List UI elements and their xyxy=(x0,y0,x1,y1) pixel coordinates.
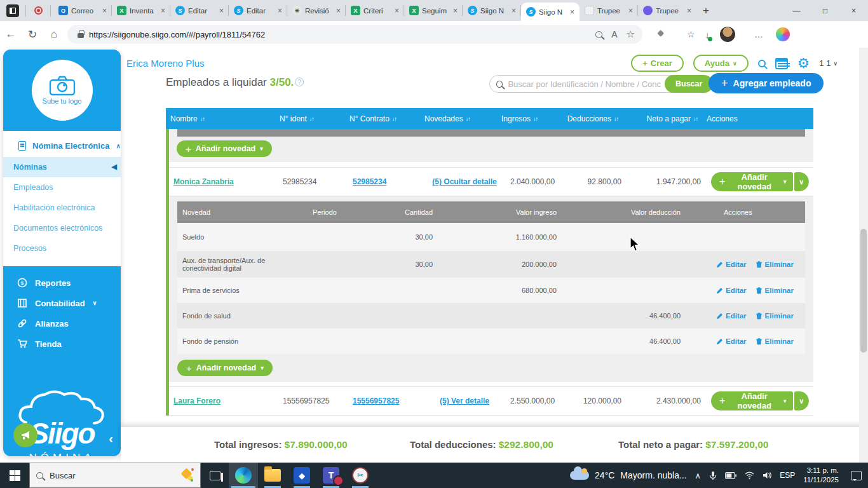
downloads-icon[interactable]: ↓ xyxy=(705,29,710,40)
crear-button[interactable]: +Crear xyxy=(631,55,684,72)
sidebar-item-reportes[interactable]: $ Reportes xyxy=(3,273,121,293)
microphone-icon[interactable] xyxy=(709,471,717,480)
tab-seguimiento[interactable]: XSeguim× xyxy=(404,0,463,21)
taskbar-snipping-tool[interactable]: ✂ xyxy=(346,463,375,488)
tab-trupee-1[interactable]: Trupee× xyxy=(580,0,638,21)
taskbar-file-explorer[interactable] xyxy=(258,463,287,488)
refresh-button[interactable]: ↻ xyxy=(22,28,43,41)
announcements-button[interactable] xyxy=(13,423,37,447)
col-deducciones[interactable]: Deducciones↓↑ xyxy=(542,114,623,123)
tab-close-icon[interactable]: × xyxy=(276,6,283,15)
sidebar-item-tienda[interactable]: Tienda xyxy=(3,334,121,354)
editar-link[interactable]: Editar xyxy=(716,312,747,320)
sort-icon[interactable]: ↓↑ xyxy=(309,116,314,122)
sidebar-item-contabilidad[interactable]: Contabilidad ∨ xyxy=(3,293,121,313)
sidebar-item-nominas[interactable]: Nóminas◀ xyxy=(3,157,121,177)
address-bar[interactable]: https://siigonube.siigo.com/#/payroll/18… xyxy=(67,25,642,44)
tab-close-icon[interactable]: × xyxy=(510,6,517,15)
toggle-detail-link[interactable]: (5) Ver detalle xyxy=(440,396,489,405)
tab-revision[interactable]: ✳Revisió× xyxy=(287,0,346,21)
sidebar-section-nomina-electronica[interactable]: Nómina Electrónica ∧ xyxy=(3,137,121,157)
start-button[interactable] xyxy=(0,463,29,488)
browser-menu-icon[interactable]: … xyxy=(754,29,763,39)
taskbar-search[interactable]: Buscar xyxy=(29,463,201,488)
copilot-icon[interactable] xyxy=(776,27,790,41)
battery-icon[interactable] xyxy=(725,472,736,479)
anadir-novedad-button[interactable]: +Añadir novedad▾ xyxy=(177,360,273,376)
col-novedades[interactable]: Novedades↓↑ xyxy=(420,114,503,123)
tray-expand-icon[interactable]: ∧ xyxy=(695,471,702,480)
taskbar-app-diamond[interactable]: ◆ xyxy=(287,463,316,488)
favorites-list-icon[interactable]: ☆ xyxy=(687,29,695,39)
sort-icon[interactable]: ↓↑ xyxy=(533,116,538,122)
calendar-icon[interactable] xyxy=(775,58,788,69)
col-nombre[interactable]: Nombre↓↑ xyxy=(166,114,275,123)
eliminar-link[interactable]: Eliminar xyxy=(756,261,794,268)
extensions-icon[interactable] xyxy=(656,30,665,38)
eliminar-link[interactable]: Eliminar xyxy=(756,312,794,320)
tab-close-icon[interactable]: × xyxy=(218,6,225,15)
language-indicator[interactable]: ESP xyxy=(780,471,795,480)
url-text[interactable]: https://siigonube.siigo.com/#/payroll/18… xyxy=(89,30,595,39)
read-aloud-icon[interactable]: A xyxy=(611,29,617,39)
speaker-icon[interactable] xyxy=(763,471,771,479)
tab-close-icon[interactable]: × xyxy=(686,6,693,15)
tab-close-icon[interactable]: × xyxy=(627,6,634,15)
col-neto[interactable]: Neto a pagar↓↑ xyxy=(623,114,702,123)
window-close-button[interactable]: × xyxy=(839,0,868,21)
tab-correo[interactable]: OCorreo× xyxy=(53,0,112,21)
editar-link[interactable]: Editar xyxy=(716,337,747,345)
col-contrato[interactable]: N° Contrato↓↑ xyxy=(345,114,420,123)
tab-siigo-1[interactable]: SSiigo N× xyxy=(463,0,521,21)
new-tab-button[interactable]: + xyxy=(696,4,715,17)
sort-icon[interactable]: ↓↑ xyxy=(392,116,397,122)
anadir-novedad-button[interactable]: +Añadir novedad▾ xyxy=(711,391,793,410)
home-button[interactable]: ⌂ xyxy=(43,28,65,41)
editar-link[interactable]: Editar xyxy=(716,261,747,268)
sort-icon[interactable]: ↓↑ xyxy=(614,116,618,122)
tab-inventario[interactable]: XInventa× xyxy=(112,0,170,21)
col-ingresos[interactable]: Ingresos↓↑ xyxy=(503,114,542,123)
contract-link[interactable]: 52985234 xyxy=(353,177,386,186)
tab-editar-1[interactable]: SEditar× xyxy=(170,0,229,21)
taskbar-edge[interactable] xyxy=(229,463,258,488)
tab-close-icon[interactable]: × xyxy=(393,6,400,15)
tab-criterios[interactable]: XCriteri× xyxy=(346,0,404,21)
eliminar-link[interactable]: Eliminar xyxy=(756,287,794,294)
tab-close-icon[interactable]: × xyxy=(569,8,576,17)
buscar-button[interactable]: Buscar xyxy=(665,75,713,93)
profile-avatar[interactable] xyxy=(720,27,735,42)
taskbar-teams[interactable]: T xyxy=(316,463,346,488)
zoom-icon[interactable] xyxy=(595,31,602,38)
tab-close-icon[interactable]: × xyxy=(452,6,459,15)
employee-name-link[interactable]: Monica Zanabria xyxy=(173,177,234,186)
favorite-star-icon[interactable]: ☆ xyxy=(627,29,635,40)
tab-close-icon[interactable]: × xyxy=(101,6,108,15)
contract-link[interactable]: 15556957825 xyxy=(353,396,399,405)
tab-editar-2[interactable]: SEditar× xyxy=(229,0,287,21)
upload-logo-button[interactable]: Sube tu logo xyxy=(32,60,93,121)
taskbar-clock[interactable]: 3:11 p. m. 11/11/2025 xyxy=(803,466,839,485)
help-icon[interactable]: ? xyxy=(295,78,304,86)
col-ident[interactable]: N° ident↓↑ xyxy=(275,114,345,123)
anadir-novedad-button[interactable]: +Añadir novedad▾ xyxy=(177,140,272,157)
toggle-detail-link[interactable]: (5) Ocultar detalle xyxy=(432,177,496,186)
sidebar-item-documentos[interactable]: Documentos electrónicos xyxy=(3,218,121,238)
tab-close-icon[interactable]: × xyxy=(159,6,166,15)
sidebar-item-alianzas[interactable]: Alianzas xyxy=(3,313,121,334)
agregar-empleado-button[interactable]: +Agregar empleado xyxy=(709,73,824,93)
eliminar-link[interactable]: Eliminar xyxy=(756,337,794,345)
sidebar-item-procesos[interactable]: Procesos xyxy=(3,238,121,259)
gear-icon[interactable]: ⚙ xyxy=(797,57,810,70)
back-button[interactable]: ← xyxy=(0,28,22,41)
task-view-button[interactable] xyxy=(201,463,229,488)
employee-name-link[interactable]: Laura Forero xyxy=(173,396,220,405)
tab-close-icon[interactable]: × xyxy=(335,6,342,15)
wifi-icon[interactable] xyxy=(745,471,754,479)
row-expand-button[interactable]: ∨ xyxy=(794,391,809,410)
sort-icon[interactable]: ↓↑ xyxy=(693,116,698,122)
action-center-icon[interactable] xyxy=(851,471,862,480)
page-scrollbar[interactable] xyxy=(859,48,868,463)
ayuda-button[interactable]: Ayuda∨ xyxy=(693,55,749,72)
employee-search-input[interactable] xyxy=(508,79,673,89)
